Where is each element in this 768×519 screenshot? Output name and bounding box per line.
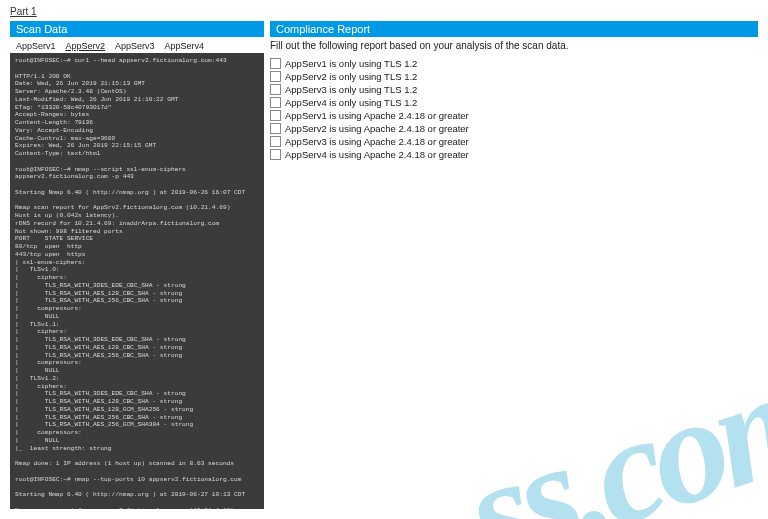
terminal-output: root@INFOSEC:~# curl --head appserv2.fic… [10,53,264,509]
checkbox-label: AppServ4 is using Apache 2.4.18 or great… [285,149,469,160]
checkbox[interactable] [270,71,281,82]
part-label: Part 1 [10,6,758,17]
scan-panel: Scan Data AppServ1 AppServ2 AppServ3 App… [10,21,264,509]
tab-appserv3[interactable]: AppServ3 [115,41,155,51]
report-header: Compliance Report [270,21,758,37]
checkbox[interactable] [270,58,281,69]
list-item: AppServ1 is using Apache 2.4.18 or great… [270,109,758,122]
checkbox-label: AppServ3 is only using TLS 1.2 [285,84,417,95]
checkbox[interactable] [270,97,281,108]
list-item: AppServ2 is using Apache 2.4.18 or great… [270,122,758,135]
checkbox-label: AppServ3 is using Apache 2.4.18 or great… [285,136,469,147]
checkbox-label: AppServ4 is only using TLS 1.2 [285,97,417,108]
checkbox-label: AppServ1 is using Apache 2.4.18 or great… [285,110,469,121]
checkbox[interactable] [270,110,281,121]
checkbox-label: AppServ1 is only using TLS 1.2 [285,58,417,69]
list-item: AppServ3 is only using TLS 1.2 [270,83,758,96]
checklist: AppServ1 is only using TLS 1.2 AppServ2 … [270,57,758,161]
scan-header: Scan Data [10,21,264,37]
report-panel: Compliance Report Fill out the following… [270,21,758,509]
list-item: AppServ1 is only using TLS 1.2 [270,57,758,70]
tab-appserv1[interactable]: AppServ1 [16,41,56,51]
list-item: AppServ4 is using Apache 2.4.18 or great… [270,148,758,161]
tab-appserv2[interactable]: AppServ2 [66,41,106,51]
list-item: AppServ3 is using Apache 2.4.18 or great… [270,135,758,148]
checkbox[interactable] [270,84,281,95]
list-item: AppServ4 is only using TLS 1.2 [270,96,758,109]
report-instruction: Fill out the following report based on y… [270,37,758,57]
checkbox-label: AppServ2 is using Apache 2.4.18 or great… [285,123,469,134]
checkbox[interactable] [270,149,281,160]
checkbox-label: AppServ2 is only using TLS 1.2 [285,71,417,82]
checkbox[interactable] [270,136,281,147]
checkbox[interactable] [270,123,281,134]
list-item: AppServ2 is only using TLS 1.2 [270,70,758,83]
server-tabs: AppServ1 AppServ2 AppServ3 AppServ4 [10,37,264,53]
tab-appserv4[interactable]: AppServ4 [165,41,205,51]
